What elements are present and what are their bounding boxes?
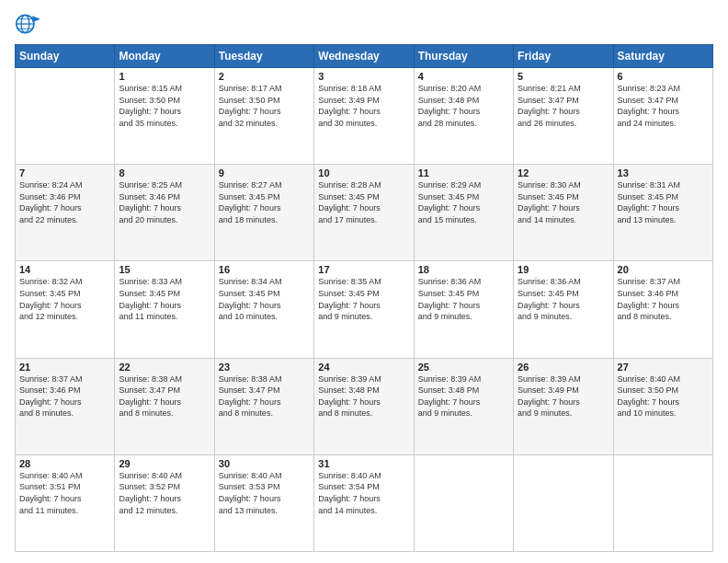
day-number: 31 bbox=[318, 458, 409, 469]
calendar-day-header: Monday bbox=[115, 45, 214, 68]
calendar-cell: 3Sunrise: 8:18 AMSunset: 3:49 PMDaylight… bbox=[314, 68, 414, 165]
calendar-cell bbox=[414, 454, 513, 551]
day-number: 27 bbox=[618, 362, 709, 373]
calendar-header-row: SundayMondayTuesdayWednesdayThursdayFrid… bbox=[16, 45, 713, 68]
day-info: Sunrise: 8:33 AMSunset: 3:45 PMDaylight:… bbox=[119, 276, 210, 322]
day-number: 14 bbox=[19, 264, 110, 275]
calendar-cell: 16Sunrise: 8:34 AMSunset: 3:45 PMDayligh… bbox=[214, 261, 313, 358]
calendar-cell: 17Sunrise: 8:35 AMSunset: 3:45 PMDayligh… bbox=[314, 261, 414, 358]
calendar-day-header: Saturday bbox=[613, 45, 712, 68]
day-info: Sunrise: 8:21 AMSunset: 3:47 PMDaylight:… bbox=[518, 83, 609, 129]
calendar-week-row: 1Sunrise: 8:15 AMSunset: 3:50 PMDaylight… bbox=[16, 68, 713, 165]
day-number: 23 bbox=[219, 362, 310, 373]
header bbox=[15, 11, 713, 37]
day-info: Sunrise: 8:18 AMSunset: 3:49 PMDaylight:… bbox=[318, 83, 409, 129]
day-info: Sunrise: 8:39 AMSunset: 3:48 PMDaylight:… bbox=[318, 373, 409, 419]
day-info: Sunrise: 8:31 AMSunset: 3:45 PMDaylight:… bbox=[618, 179, 709, 225]
calendar-cell: 22Sunrise: 8:38 AMSunset: 3:47 PMDayligh… bbox=[115, 358, 214, 454]
day-number: 19 bbox=[518, 264, 609, 275]
calendar-cell: 6Sunrise: 8:23 AMSunset: 3:47 PMDaylight… bbox=[613, 68, 712, 165]
page: SundayMondayTuesdayWednesdayThursdayFrid… bbox=[0, 0, 728, 563]
day-number: 10 bbox=[318, 167, 409, 178]
day-number: 28 bbox=[19, 458, 110, 469]
calendar-week-row: 14Sunrise: 8:32 AMSunset: 3:45 PMDayligh… bbox=[16, 261, 713, 358]
calendar-cell: 12Sunrise: 8:30 AMSunset: 3:45 PMDayligh… bbox=[514, 165, 613, 261]
calendar-cell: 4Sunrise: 8:20 AMSunset: 3:48 PMDaylight… bbox=[414, 68, 513, 165]
calendar-cell: 29Sunrise: 8:40 AMSunset: 3:52 PMDayligh… bbox=[115, 454, 214, 551]
calendar-cell: 5Sunrise: 8:21 AMSunset: 3:47 PMDaylight… bbox=[514, 68, 613, 165]
logo bbox=[15, 11, 44, 37]
day-number: 24 bbox=[318, 362, 409, 373]
day-number: 9 bbox=[219, 167, 310, 178]
calendar-cell: 14Sunrise: 8:32 AMSunset: 3:45 PMDayligh… bbox=[16, 261, 115, 358]
day-info: Sunrise: 8:40 AMSunset: 3:53 PMDaylight:… bbox=[219, 470, 310, 516]
calendar-cell: 23Sunrise: 8:38 AMSunset: 3:47 PMDayligh… bbox=[214, 358, 313, 454]
day-number: 22 bbox=[119, 362, 210, 373]
day-info: Sunrise: 8:39 AMSunset: 3:48 PMDaylight:… bbox=[418, 373, 509, 419]
calendar-cell: 15Sunrise: 8:33 AMSunset: 3:45 PMDayligh… bbox=[115, 261, 214, 358]
calendar-cell: 13Sunrise: 8:31 AMSunset: 3:45 PMDayligh… bbox=[613, 165, 712, 261]
day-number: 26 bbox=[518, 362, 609, 373]
day-info: Sunrise: 8:32 AMSunset: 3:45 PMDaylight:… bbox=[19, 276, 110, 322]
day-number: 11 bbox=[418, 167, 509, 178]
calendar-cell bbox=[16, 68, 115, 165]
day-number: 15 bbox=[119, 264, 210, 275]
calendar-cell: 1Sunrise: 8:15 AMSunset: 3:50 PMDaylight… bbox=[115, 68, 214, 165]
day-info: Sunrise: 8:30 AMSunset: 3:45 PMDaylight:… bbox=[518, 179, 609, 225]
day-number: 7 bbox=[19, 167, 110, 178]
day-info: Sunrise: 8:34 AMSunset: 3:45 PMDaylight:… bbox=[219, 276, 310, 322]
calendar-cell: 25Sunrise: 8:39 AMSunset: 3:48 PMDayligh… bbox=[414, 358, 513, 454]
day-info: Sunrise: 8:23 AMSunset: 3:47 PMDaylight:… bbox=[618, 83, 709, 129]
calendar-cell: 19Sunrise: 8:36 AMSunset: 3:45 PMDayligh… bbox=[514, 261, 613, 358]
day-info: Sunrise: 8:20 AMSunset: 3:48 PMDaylight:… bbox=[418, 83, 509, 129]
day-info: Sunrise: 8:17 AMSunset: 3:50 PMDaylight:… bbox=[219, 83, 310, 129]
day-info: Sunrise: 8:40 AMSunset: 3:50 PMDaylight:… bbox=[618, 373, 709, 419]
calendar-cell bbox=[514, 454, 613, 551]
calendar-cell bbox=[613, 454, 712, 551]
calendar-cell: 28Sunrise: 8:40 AMSunset: 3:51 PMDayligh… bbox=[16, 454, 115, 551]
calendar-cell: 10Sunrise: 8:28 AMSunset: 3:45 PMDayligh… bbox=[314, 165, 414, 261]
day-info: Sunrise: 8:40 AMSunset: 3:54 PMDaylight:… bbox=[318, 470, 409, 516]
calendar-cell: 20Sunrise: 8:37 AMSunset: 3:46 PMDayligh… bbox=[613, 261, 712, 358]
calendar-day-header: Thursday bbox=[414, 45, 513, 68]
calendar-week-row: 28Sunrise: 8:40 AMSunset: 3:51 PMDayligh… bbox=[16, 454, 713, 551]
day-number: 29 bbox=[119, 458, 210, 469]
day-number: 21 bbox=[19, 362, 110, 373]
calendar-day-header: Sunday bbox=[16, 45, 115, 68]
day-info: Sunrise: 8:39 AMSunset: 3:49 PMDaylight:… bbox=[518, 373, 609, 419]
calendar-week-row: 21Sunrise: 8:37 AMSunset: 3:46 PMDayligh… bbox=[16, 358, 713, 454]
calendar-cell: 27Sunrise: 8:40 AMSunset: 3:50 PMDayligh… bbox=[613, 358, 712, 454]
calendar-cell: 11Sunrise: 8:29 AMSunset: 3:45 PMDayligh… bbox=[414, 165, 513, 261]
calendar-week-row: 7Sunrise: 8:24 AMSunset: 3:46 PMDaylight… bbox=[16, 165, 713, 261]
day-number: 1 bbox=[119, 71, 210, 82]
day-info: Sunrise: 8:29 AMSunset: 3:45 PMDaylight:… bbox=[418, 179, 509, 225]
day-number: 20 bbox=[618, 264, 709, 275]
calendar-cell: 30Sunrise: 8:40 AMSunset: 3:53 PMDayligh… bbox=[214, 454, 313, 551]
calendar-day-header: Wednesday bbox=[314, 45, 414, 68]
day-info: Sunrise: 8:15 AMSunset: 3:50 PMDaylight:… bbox=[119, 83, 210, 129]
day-number: 13 bbox=[618, 167, 709, 178]
calendar-cell: 21Sunrise: 8:37 AMSunset: 3:46 PMDayligh… bbox=[16, 358, 115, 454]
day-number: 25 bbox=[418, 362, 509, 373]
calendar-cell: 8Sunrise: 8:25 AMSunset: 3:46 PMDaylight… bbox=[115, 165, 214, 261]
day-info: Sunrise: 8:36 AMSunset: 3:45 PMDaylight:… bbox=[518, 276, 609, 322]
day-number: 3 bbox=[318, 71, 409, 82]
calendar-cell: 9Sunrise: 8:27 AMSunset: 3:45 PMDaylight… bbox=[214, 165, 313, 261]
day-info: Sunrise: 8:37 AMSunset: 3:46 PMDaylight:… bbox=[19, 373, 110, 419]
day-number: 30 bbox=[219, 458, 310, 469]
day-info: Sunrise: 8:38 AMSunset: 3:47 PMDaylight:… bbox=[119, 373, 210, 419]
day-number: 6 bbox=[618, 71, 709, 82]
day-info: Sunrise: 8:40 AMSunset: 3:52 PMDaylight:… bbox=[119, 470, 210, 516]
day-number: 8 bbox=[119, 167, 210, 178]
day-info: Sunrise: 8:37 AMSunset: 3:46 PMDaylight:… bbox=[618, 276, 709, 322]
day-number: 18 bbox=[418, 264, 509, 275]
calendar-cell: 2Sunrise: 8:17 AMSunset: 3:50 PMDaylight… bbox=[214, 68, 313, 165]
day-info: Sunrise: 8:38 AMSunset: 3:47 PMDaylight:… bbox=[219, 373, 310, 419]
day-number: 4 bbox=[418, 71, 509, 82]
day-info: Sunrise: 8:25 AMSunset: 3:46 PMDaylight:… bbox=[119, 179, 210, 225]
day-number: 5 bbox=[518, 71, 609, 82]
day-info: Sunrise: 8:36 AMSunset: 3:45 PMDaylight:… bbox=[418, 276, 509, 322]
day-info: Sunrise: 8:27 AMSunset: 3:45 PMDaylight:… bbox=[219, 179, 310, 225]
calendar-cell: 31Sunrise: 8:40 AMSunset: 3:54 PMDayligh… bbox=[314, 454, 414, 551]
day-number: 16 bbox=[219, 264, 310, 275]
